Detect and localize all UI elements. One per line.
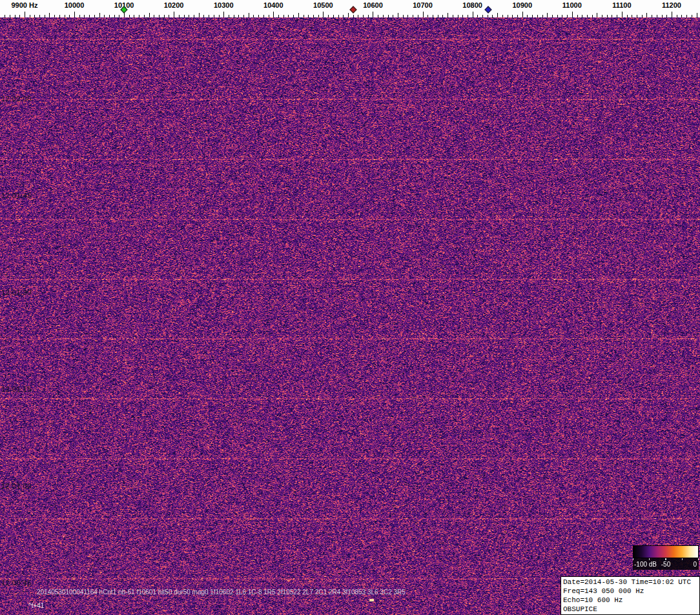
time-label: 12:02:00	[1, 95, 32, 103]
freq-tick-label: 11000	[562, 1, 582, 9]
waterfall-canvas[interactable]	[0, 17, 700, 615]
freq-tick	[547, 13, 548, 17]
time-label: 12:01:00	[1, 482, 32, 490]
freq-tick	[223, 12, 224, 17]
time-label: 12:01:30	[1, 288, 32, 296]
freq-tick-label: 10500	[313, 1, 333, 9]
freq-tick	[149, 13, 150, 17]
colorbar-max-label: 0	[693, 561, 697, 568]
freq-tick	[697, 13, 697, 17]
freq-tick	[74, 12, 75, 17]
colorbar-mid-label: -50	[661, 561, 670, 568]
time-cursor-label: ^t+41	[28, 602, 44, 609]
freq-tick-label: 10400	[263, 1, 283, 9]
colorbar-scale: -100 dB -50 0	[633, 558, 699, 570]
freq-tick	[622, 12, 623, 17]
time-label: 12:01:45	[1, 192, 32, 199]
colorbar-ticks	[633, 558, 699, 560]
freq-tick	[572, 12, 573, 17]
colorbar: -100 dB -50 0	[633, 545, 699, 570]
freq-tick	[473, 12, 473, 17]
freq-tick	[597, 13, 597, 17]
colorbar-min-label: -100 dB	[634, 561, 657, 568]
freq-tick-label: 10900	[512, 1, 532, 9]
freq-tick-label: 10200	[164, 1, 184, 9]
spectrogram-window: 9900 Hz100001010010200103001040010500106…	[0, 0, 700, 615]
marker-red-diamond[interactable]	[349, 6, 356, 13]
infobox-line: Freq=143 050 000 Hz	[563, 587, 699, 596]
time-label: 12:00:45	[1, 579, 32, 587]
frequency-ruler[interactable]: 9900 Hz100001010010200103001040010500106…	[0, 0, 700, 17]
freq-tick	[497, 13, 498, 17]
waterfall-area: 20140530100041164 hCnt1 nb-61 f10601 hit…	[0, 17, 700, 615]
freq-tick	[373, 12, 373, 17]
freq-tick	[25, 12, 25, 17]
marker-blue-diamond[interactable]	[485, 6, 492, 13]
freq-tick-label: 10700	[413, 1, 433, 9]
time-label: 12:01:15	[1, 385, 32, 393]
freq-tick	[423, 12, 424, 17]
freq-tick-label: 10000	[65, 1, 85, 9]
infobox-line: Echo=10 600 Hz	[563, 596, 699, 605]
freq-tick-label: 10600	[363, 1, 383, 9]
freq-tick	[249, 13, 249, 17]
observation-info-box: Date=2014-05-30 Time=10:02 UTCFreq=143 0…	[561, 576, 700, 615]
freq-tick-label: 10800	[462, 1, 482, 9]
freq-tick	[448, 13, 448, 17]
freq-tick-label: 11100	[612, 1, 631, 9]
freq-tick	[99, 13, 100, 17]
infobox-line: Date=2014-05-30 Time=10:02 UTC	[563, 578, 699, 587]
freq-tick-label: 11200	[662, 1, 681, 9]
freq-tick	[298, 13, 299, 17]
freq-tick	[672, 12, 672, 17]
freq-tick	[646, 13, 647, 17]
colorbar-gradient	[633, 545, 699, 558]
freq-tick	[49, 13, 50, 17]
freq-tick-label: 10300	[214, 1, 234, 9]
freq-tick	[174, 12, 174, 17]
freq-tick	[398, 13, 398, 17]
freq-tick-label: 9900 Hz	[11, 1, 37, 9]
freq-tick	[348, 13, 349, 17]
freq-tick	[199, 13, 200, 17]
freq-tick	[522, 12, 523, 17]
freq-tick	[323, 12, 324, 17]
freq-tick	[273, 12, 274, 17]
infobox-line: OBSUPICE	[563, 605, 699, 614]
detection-log-text: 20140530100041164 hCnt1 nb-61 f10601 hit…	[37, 589, 406, 596]
